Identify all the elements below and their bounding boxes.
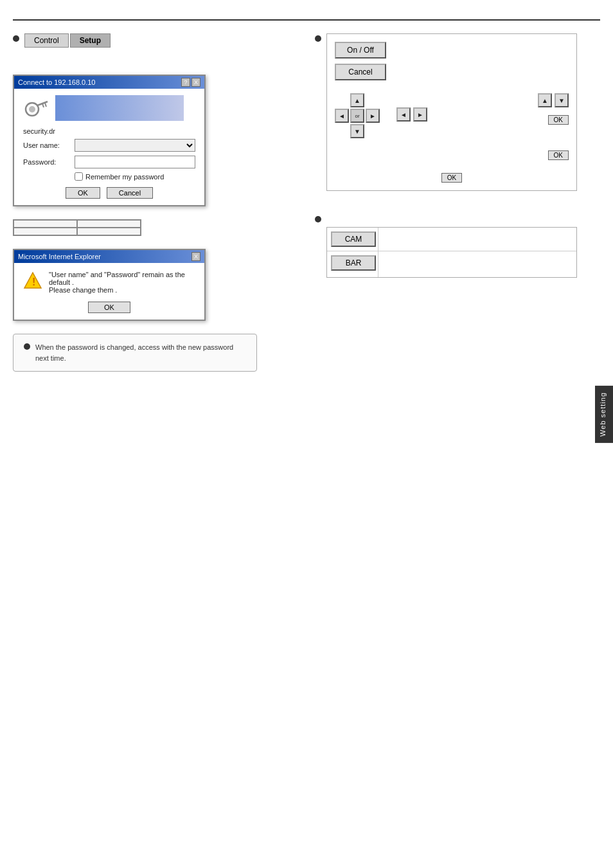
dialog-body: security.dr User name: Password:: [14, 89, 204, 205]
key-icon: [23, 95, 49, 121]
ie-message: "User name" and "Password" remain as the…: [49, 271, 195, 294]
dialog-title: Connect to 192.168.0.10: [18, 78, 95, 86]
grid-cell-2: [77, 220, 141, 228]
dialog-security-field: security.dr: [23, 127, 195, 135]
dpad-center[interactable]: or: [350, 109, 364, 123]
grid-cell-1: [13, 220, 77, 228]
ud-up-btn[interactable]: ▲: [538, 93, 552, 107]
ud-down-btn[interactable]: ▼: [555, 93, 569, 107]
dpad-empty-tl: [335, 93, 349, 107]
svg-text:!: !: [32, 276, 35, 287]
cam-bar-panel: CAM BAR: [326, 227, 577, 278]
dpad-empty-tr: [366, 93, 380, 107]
ie-titlebar: Microsoft Internet Explorer X: [14, 250, 204, 263]
cam-btn-cell: CAM: [327, 228, 378, 251]
dpad-right[interactable]: ►: [366, 109, 380, 123]
note-box: When the password is changed, access wit…: [13, 334, 257, 372]
dpad-up[interactable]: ▲: [350, 93, 364, 107]
bullet-dot-2: [315, 35, 321, 42]
section-divider: [315, 201, 598, 214]
grid-cell-3: [13, 228, 77, 235]
username-input[interactable]: [75, 139, 195, 152]
bullet-control-panel: On / Off Cancel ▲ ◄: [315, 33, 598, 191]
lr-left-btn[interactable]: ◄: [396, 107, 411, 122]
bar-btn-cell: BAR: [327, 251, 378, 277]
dialog-title-buttons: ? X: [181, 78, 200, 87]
small-grid: [13, 219, 141, 236]
cam-row: CAM: [327, 228, 576, 251]
note-text: When the password is changed, access wit…: [35, 342, 246, 363]
ok-row-2: OK: [548, 150, 569, 160]
remember-checkbox[interactable]: [75, 172, 83, 181]
control-panel: On / Off Cancel ▲ ◄: [326, 33, 577, 191]
dialog-banner: [55, 95, 184, 121]
connect-dialog: Connect to 192.168.0.10 ? X: [13, 75, 206, 206]
main-dpad: ▲ ◄ or ► ▼: [335, 93, 380, 138]
dpad-empty-br: [366, 124, 380, 138]
bar-row: BAR: [327, 251, 576, 277]
svg-line-4: [42, 104, 44, 107]
dialog-cancel-btn[interactable]: Cancel: [107, 187, 153, 199]
dialog-buttons-row: OK Cancel: [23, 187, 195, 199]
tab-control[interactable]: Control: [24, 33, 69, 48]
top-divider: [13, 19, 600, 21]
ie-body: ! "User name" and "Password" remain as t…: [14, 263, 204, 302]
dialog-titlebar: Connect to 192.168.0.10 ? X: [14, 76, 204, 89]
cancel-btn[interactable]: Cancel: [335, 64, 386, 80]
bar-text-cell: [378, 251, 576, 277]
tabs-bar: Control Setup: [24, 33, 111, 48]
dpad-down[interactable]: ▼: [350, 124, 364, 138]
dialog-password-field: Password:: [23, 156, 195, 168]
dialog-ok-btn[interactable]: OK: [66, 187, 100, 199]
lr-right-btn[interactable]: ►: [413, 107, 427, 122]
dialog-remember-row: Remember my password: [75, 172, 195, 181]
ie-dialog: Microsoft Internet Explorer X ! "User na…: [13, 249, 206, 321]
tab-setup[interactable]: Setup: [70, 33, 111, 48]
cam-btn[interactable]: CAM: [331, 231, 376, 247]
bar-btn[interactable]: BAR: [331, 255, 376, 271]
dialog-help-btn[interactable]: ?: [181, 78, 190, 87]
remember-label: Remember my password: [85, 173, 164, 181]
ie-close-btn[interactable]: X: [191, 252, 200, 261]
bullet-cam-bar: CAM BAR: [315, 214, 598, 278]
lr-arrows: ◄ ►: [396, 107, 427, 122]
dpad-empty-bl: [335, 124, 349, 138]
ok-btn-2[interactable]: OK: [548, 150, 569, 160]
grid-cell-4: [77, 228, 141, 235]
note-bullet: When the password is changed, access wit…: [24, 342, 246, 363]
on-off-btn[interactable]: On / Off: [335, 42, 386, 59]
ie-ok-row: OK: [14, 302, 204, 320]
password-input[interactable]: [75, 156, 195, 168]
bullet-dot-1: [13, 35, 19, 42]
dpad-area: ▲ ◄ or ► ▼ ◄: [335, 93, 569, 160]
dialog-icon-row: [23, 95, 195, 121]
username-label: User name:: [23, 141, 75, 149]
bullet-tabs: Control Setup: [13, 33, 296, 55]
svg-point-1: [29, 106, 35, 113]
warning-icon: !: [23, 271, 42, 290]
ok-btn-1[interactable]: OK: [548, 115, 569, 125]
svg-line-3: [45, 103, 46, 107]
ok-btn-3[interactable]: OK: [441, 173, 462, 183]
cam-text-cell: [378, 228, 576, 251]
dialog-close-btn[interactable]: X: [191, 78, 200, 87]
dialog-username-field: User name:: [23, 139, 195, 152]
note-bullet-dot: [24, 343, 30, 350]
ie-title: Microsoft Internet Explorer: [18, 253, 101, 260]
ok-row-1: OK: [548, 115, 569, 125]
ie-ok-btn[interactable]: OK: [88, 302, 130, 313]
password-label: Password:: [23, 158, 75, 166]
security-label: security.dr: [23, 127, 75, 135]
web-setting-tab: Web setting: [595, 386, 613, 443]
dpad-left[interactable]: ◄: [335, 109, 349, 123]
bottom-ok-row: OK: [335, 173, 569, 183]
bullet-dot-3: [315, 216, 321, 222]
